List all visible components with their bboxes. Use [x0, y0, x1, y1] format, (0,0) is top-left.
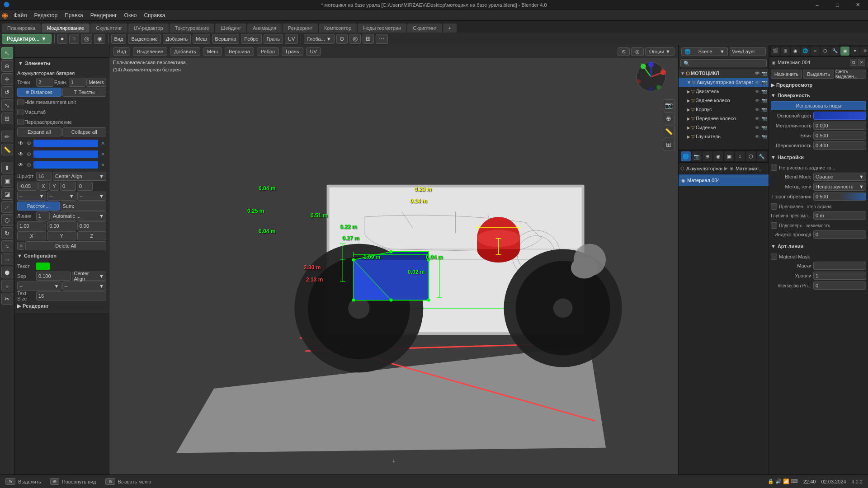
rendering-section-title[interactable]: ▶ Рендеринг	[17, 301, 106, 310]
tb-more[interactable]: ⋯	[376, 34, 388, 44]
y-btn[interactable]: Y	[47, 231, 76, 240]
distances-tab[interactable]: ≡ Distances	[17, 88, 61, 97]
maximize-button[interactable]: □	[827, 0, 848, 10]
refraction-depth-field[interactable]: 0 m	[813, 211, 866, 220]
vp-vertex-btn[interactable]: Вершина	[225, 47, 254, 56]
tool-extrude[interactable]: ⬆	[1, 162, 13, 174]
outliner-root[interactable]: ▼ ⬡ МОТОЦИКЛ 👁 📷	[679, 69, 769, 78]
dash-field-2[interactable]: -- ▼	[47, 192, 76, 201]
delete-x-btn[interactable]: ✕	[17, 242, 24, 250]
layer-2-close[interactable]: ✕	[99, 150, 106, 158]
config-section-title[interactable]: ▼ Configuration	[17, 251, 106, 260]
engine-render[interactable]: 📷	[761, 89, 767, 94]
settings-section[interactable]: ▼ Настройки	[771, 153, 866, 162]
z-btn[interactable]: Z	[77, 231, 106, 240]
expand-all-button[interactable]: Expand all	[17, 127, 61, 136]
tool-loop-cut[interactable]: ⟋	[1, 201, 13, 213]
prop-icon-obj[interactable]: ⬡	[746, 151, 756, 161]
levels-field[interactable]: 1	[813, 272, 866, 280]
tab-add[interactable]: +	[443, 23, 457, 33]
outliner-item-seat[interactable]: ▶ ▽ Сиденье 👁 📷	[679, 123, 769, 132]
outliner-search-bar[interactable]	[679, 58, 769, 69]
engine-eye[interactable]: 👁	[755, 89, 760, 94]
z-val-field[interactable]: 0	[77, 182, 93, 191]
tab-uv[interactable]: UV-редактор	[128, 23, 169, 33]
muffler-render[interactable]: 📷	[761, 134, 767, 139]
frontwheel-render[interactable]: 📷	[761, 116, 767, 121]
viewport-3d-view[interactable]: Вид Выделение Добавить Меш Вершина Ребро…	[109, 45, 678, 474]
vp-grid-btn[interactable]: ⊞	[663, 139, 675, 150]
tab-animation[interactable]: Анимация	[247, 23, 282, 33]
layer-2-eye[interactable]: 👁	[17, 150, 24, 158]
prop-icon-scene2[interactable]: ▣	[724, 151, 734, 161]
art-lines-section[interactable]: ▼ Арт-линии	[771, 242, 866, 251]
options-btn[interactable]: Опции ▼	[645, 47, 675, 56]
surface-section[interactable]: ▼ Поверхность	[771, 91, 866, 100]
points-field[interactable]: 2	[36, 78, 53, 87]
tab-texture[interactable]: Текстурование	[170, 23, 215, 33]
pi-view2[interactable]: ◉	[791, 47, 800, 56]
clip-threshold-field[interactable]: 0.500	[813, 192, 866, 201]
pi-physics2[interactable]: ⚛	[860, 47, 868, 56]
tab-scripting[interactable]: Скриптинг	[407, 23, 442, 33]
view-mode-wire[interactable]: ○	[69, 34, 79, 44]
layer-1-color[interactable]	[33, 140, 98, 147]
unit-value-field[interactable]: 1	[69, 78, 86, 87]
view-mode-render[interactable]: ◉	[94, 34, 105, 44]
tool-inset[interactable]: ▣	[1, 175, 13, 187]
hide-unit-checkbox[interactable]	[17, 99, 24, 105]
tool-shear[interactable]: ⬦	[1, 280, 13, 291]
layer-1-gear[interactable]: ⚙	[25, 140, 33, 147]
tb-vertex[interactable]: Вершина	[212, 34, 240, 44]
vp-add-btn[interactable]: Добавить	[170, 47, 200, 56]
rearwheel-render[interactable]: 📷	[761, 98, 767, 103]
y-val-field[interactable]: 0	[60, 182, 76, 191]
menu-edit[interactable]: Редактор	[31, 11, 61, 19]
layer-3-color[interactable]	[33, 161, 98, 169]
tab-rendering[interactable]: Рендеринг	[283, 23, 318, 33]
shadow-method-field[interactable]: Непрозрачность ▼	[813, 183, 866, 191]
viewlayer-selector[interactable]: ViewLayer	[730, 47, 766, 56]
automatic-field[interactable]: Automatic ... ▼	[51, 211, 106, 221]
tool-smooth-vertex[interactable]: ≈	[1, 240, 13, 252]
x-axis-btn[interactable]: X	[38, 182, 48, 191]
outliner-item-body[interactable]: ▶ ▽ Корпус 👁 📷	[679, 105, 769, 114]
pi-output[interactable]: ⊞	[781, 47, 790, 56]
redistrib-checkbox[interactable]	[17, 119, 24, 125]
vp-view-btn[interactable]: Вид	[113, 47, 130, 56]
text-color-swatch[interactable]	[36, 263, 50, 270]
roughness-field[interactable]: 0.400	[813, 141, 866, 150]
tb-face[interactable]: Грань	[264, 34, 283, 44]
outliner-item-engine[interactable]: ▶ ▽ Двигатель 👁 📷	[679, 87, 769, 96]
body-render[interactable]: 📷	[761, 107, 767, 112]
elements-header[interactable]: ▼ Элементы	[14, 58, 109, 69]
pi-particles2[interactable]: ✦	[850, 47, 859, 56]
delete-all-btn[interactable]: Delete All	[25, 241, 106, 250]
tab-geometry-nodes[interactable]: Ноды геометрии	[358, 23, 406, 33]
tb-view[interactable]: Вид	[111, 34, 127, 44]
vp-mesh-btn[interactable]: Меш	[203, 47, 222, 56]
menu-help[interactable]: Справка	[140, 11, 169, 19]
material-item[interactable]: ◉ Материал.004	[679, 174, 769, 186]
tool-transform[interactable]: ⊞	[1, 113, 13, 124]
layer-1-close[interactable]: ✕	[99, 140, 106, 147]
vp-select-btn[interactable]: Выделение	[133, 47, 167, 56]
body-eye[interactable]: 👁	[755, 107, 760, 112]
v2-field[interactable]: 0.00	[47, 221, 76, 230]
vp-uv-btn[interactable]: UV	[306, 47, 321, 56]
tool-annotate[interactable]: ✏	[1, 131, 13, 142]
y-axis-btn[interactable]: Y	[49, 182, 59, 191]
pi-material2[interactable]: ◉	[840, 47, 849, 56]
layer-1-eye[interactable]: 👁	[17, 140, 24, 147]
tb-proportional[interactable]: ◎	[349, 34, 361, 44]
snap-toggle[interactable]: ⊙	[618, 47, 630, 56]
tab-modeling[interactable]: Моделирование	[42, 23, 90, 33]
breadcrumb-obj[interactable]: Аккумуляторная б...	[686, 166, 722, 171]
v1-field[interactable]: 1.00	[17, 221, 46, 230]
outliner-search-input[interactable]	[680, 59, 767, 67]
unit-type-field[interactable]: Meters	[86, 78, 106, 87]
prop-icon-modifier[interactable]: 🔧	[757, 151, 767, 161]
prop-icon-render[interactable]: 📷	[692, 151, 702, 161]
menu-file[interactable]: Файл	[10, 11, 31, 19]
tb-transform-global[interactable]: Глоба... ▼	[304, 34, 334, 44]
